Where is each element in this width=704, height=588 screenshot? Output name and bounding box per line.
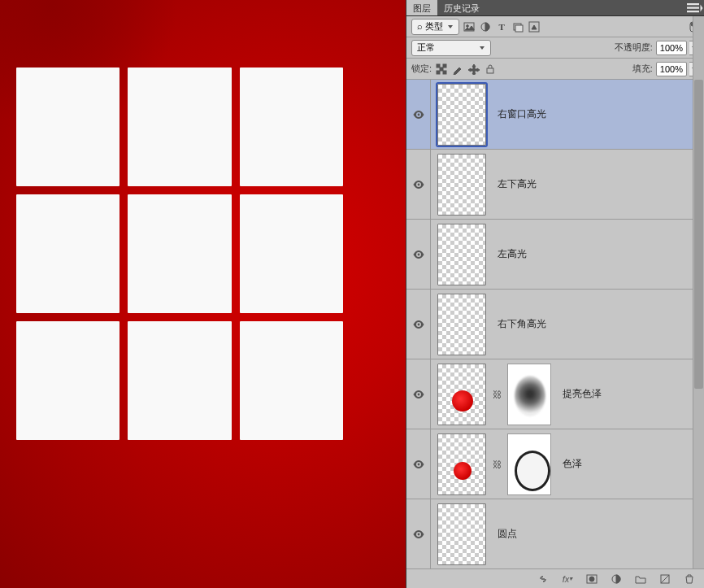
layer-filter-row: ⌕ 类型 T [406,16,704,37]
layer-name[interactable]: 右窗口高光 [493,107,546,121]
lock-transparency-icon[interactable] [435,63,448,76]
layer-thumbs [431,154,493,216]
fx-icon[interactable]: fx▾ [561,573,574,586]
layer-thumbs [431,224,493,285]
group-icon[interactable] [634,573,647,586]
layer-thumbnail[interactable] [437,294,486,355]
tab-history[interactable]: 历史记录 [437,0,486,15]
layer-thumbnail[interactable] [437,224,486,285]
layer-name[interactable]: 左下高光 [493,177,537,191]
visibility-eye-icon[interactable] [406,429,431,499]
tile [16,194,120,313]
scrollbar-thumb[interactable] [694,80,703,389]
layer-list: 右窗口高光左下高光左高光右下角高光⛓提亮色泽⛓色泽圆点 [406,80,704,568]
svg-rect-15 [443,71,446,74]
layer-name[interactable]: 右下角高光 [493,317,546,331]
tile [128,194,231,313]
svg-rect-13 [443,64,446,68]
add-mask-icon[interactable] [585,573,598,586]
visibility-eye-icon[interactable] [406,499,431,568]
panel-menu-button[interactable] [684,0,704,15]
layer-name[interactable]: 提亮色泽 [558,387,602,401]
svg-rect-2 [687,11,699,12]
tile [128,321,231,440]
lock-paint-icon[interactable] [451,63,464,76]
layer-thumbs: ⛓ [431,433,558,495]
svg-point-20 [417,323,419,325]
layer-thumbnail[interactable] [437,364,486,425]
visibility-eye-icon[interactable] [406,220,431,289]
tab-layers[interactable]: 图层 [406,0,437,15]
new-layer-icon[interactable] [658,573,671,586]
fill-label: 填充: [632,63,653,75]
filter-label: ⌕ 类型 [417,20,443,33]
fill-input[interactable]: 100% [656,62,687,76]
canvas[interactable] [0,0,406,588]
visibility-eye-icon[interactable] [406,359,431,429]
panel-tabs: 图层 历史记录 [406,0,704,16]
layer-row[interactable]: 圆点 [406,499,704,568]
delete-layer-icon[interactable] [683,573,696,586]
scrollbar[interactable] [693,16,704,568]
mask-link-icon[interactable]: ⛓ [491,460,502,469]
filter-image-icon[interactable] [463,20,476,33]
tile [16,321,120,440]
visibility-eye-icon[interactable] [406,150,431,219]
svg-point-18 [417,183,419,185]
svg-rect-16 [487,68,493,73]
layers-panel: 图层 历史记录 ⌕ 类型 T 正常 不透明度: 100% 锁定: [406,0,704,588]
layer-row[interactable]: 右下角高光 [406,290,704,359]
blend-mode-value: 正常 [417,41,435,54]
filter-type-icon[interactable]: T [495,20,508,33]
tile [128,68,231,186]
layer-thumbnail[interactable] [437,154,486,216]
tile [16,68,120,186]
svg-point-21 [417,393,419,395]
filter-smart-icon[interactable] [528,20,541,33]
filter-adjust-icon[interactable] [479,20,492,33]
blend-mode-dropdown[interactable]: 正常 [411,40,491,56]
layer-filter-dropdown[interactable]: ⌕ 类型 [411,19,459,35]
layer-name[interactable]: 色泽 [558,457,582,471]
mask-thumbnail[interactable] [507,364,551,425]
tile [240,321,343,440]
link-layers-icon[interactable] [537,573,550,586]
filter-shape-icon[interactable] [511,20,524,33]
layer-bottom-bar: fx▾ [406,568,704,588]
layer-row[interactable]: 左下高光 [406,150,704,220]
layer-thumbs [431,503,493,565]
mask-thumbnail[interactable] [507,433,551,495]
lock-position-icon[interactable] [467,63,480,76]
opacity-input[interactable]: 100% [656,41,687,55]
tile [240,194,343,313]
svg-rect-11 [437,64,440,68]
layer-thumbnail[interactable] [437,503,486,565]
layer-thumbs: ⛓ [431,364,558,425]
layer-name[interactable]: 左高光 [493,247,527,261]
lock-all-icon[interactable] [484,63,497,76]
svg-rect-14 [437,71,440,74]
layer-row[interactable]: ⛓提亮色泽 [406,359,704,429]
layer-row[interactable]: 左高光 [406,220,704,290]
tile-grid [16,68,343,440]
lock-label: 锁定: [411,63,432,75]
lock-fill-row: 锁定: 填充: 100% [406,59,704,80]
svg-rect-0 [687,3,699,5]
layer-name[interactable]: 圆点 [493,527,517,541]
svg-rect-12 [440,68,443,71]
visibility-eye-icon[interactable] [406,80,431,149]
svg-rect-1 [687,7,699,8]
visibility-eye-icon[interactable] [406,290,431,359]
tile [240,68,343,186]
blend-opacity-row: 正常 不透明度: 100% [406,37,704,59]
layer-row[interactable]: 右窗口高光 [406,80,704,150]
layer-thumbnail[interactable] [437,433,486,495]
layer-thumbs [431,294,493,355]
mask-link-icon[interactable]: ⛓ [491,390,502,399]
svg-point-19 [417,253,419,255]
svg-point-4 [467,24,469,27]
adjustment-layer-icon[interactable] [610,573,623,586]
svg-point-17 [417,113,419,115]
layer-thumbnail[interactable] [437,84,486,146]
layer-row[interactable]: ⛓色泽 [406,429,704,499]
